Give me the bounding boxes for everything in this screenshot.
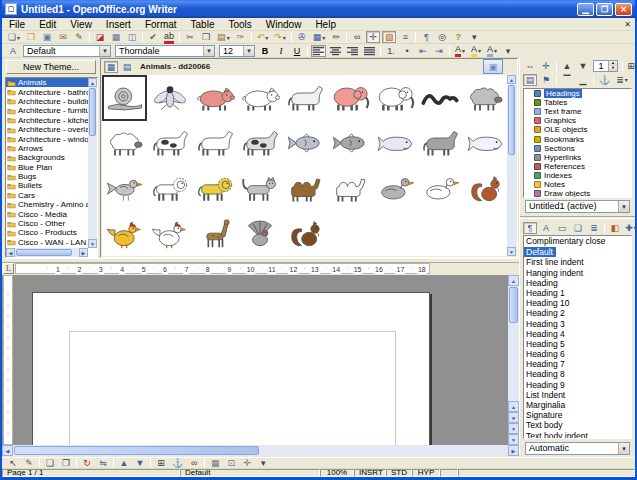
italic-button[interactable]: I	[274, 45, 288, 57]
close-button[interactable]: ✕	[615, 3, 632, 16]
scrollbar-thumb[interactable]	[89, 88, 96, 136]
new-document-button[interactable]: ❏▾	[6, 31, 22, 43]
scrollbar-thumb[interactable]	[16, 249, 72, 256]
theme-item-cisco-media[interactable]: Cisco - Media	[6, 209, 88, 218]
gallery-item-wolf[interactable]	[417, 121, 462, 167]
navigator-item-headings[interactable]: Headings	[524, 89, 631, 98]
gallery-item-pig-white[interactable]	[237, 75, 282, 121]
gallery-item-squirrel-red[interactable]	[462, 166, 507, 212]
theme-item-cisco-wan-lan[interactable]: Cisco - WAN - LAN	[6, 238, 88, 247]
background-color-button[interactable]: A▾	[485, 45, 499, 57]
scroll-right-icon[interactable]: ▶	[79, 248, 88, 257]
theme-list-horizontal-scrollbar[interactable]: ◀ ▶	[6, 248, 88, 257]
paragraph-style-combo[interactable]: Default▼	[23, 45, 111, 57]
page-number-spinbox[interactable]: 1▲▼	[593, 60, 618, 72]
restore-button[interactable]: ❐	[596, 3, 613, 16]
close-document-icon[interactable]: ✕	[624, 20, 631, 29]
scroll-up-icon[interactable]: ▲	[88, 78, 97, 87]
navigator-item-ole-objects[interactable]: OLE objects	[524, 125, 631, 134]
group-button[interactable]: ❏	[43, 457, 57, 469]
theme-item-bugs[interactable]: Bugs	[6, 172, 88, 181]
set-reminder-button[interactable]: ⚑	[539, 74, 553, 86]
page-number-spin-arrows[interactable]: ▲▼	[608, 61, 617, 71]
fill-format-mode-button[interactable]: ◧	[608, 222, 622, 234]
navigator-item-draw-objects[interactable]: Draw objects	[524, 189, 631, 198]
vertical-ruler[interactable]	[3, 275, 13, 445]
gallery-item-chicken-white[interactable]	[147, 212, 192, 257]
character-styles-button[interactable]: A	[539, 222, 553, 234]
theme-item-architecture-bathroom-kitchen[interactable]: Architecture - bathroom, kitchen	[6, 87, 88, 96]
style-item-default[interactable]: Default	[524, 247, 556, 257]
navigator-item-graphics[interactable]: Graphics	[524, 116, 631, 125]
gallery-item-turkey[interactable]	[237, 212, 282, 257]
toolbar-more-button[interactable]: ▾	[467, 31, 481, 43]
document-horizontal-scrollbar[interactable]: ◀ ▶	[2, 445, 519, 456]
justify-button[interactable]	[362, 45, 377, 57]
paragraph-styles-button[interactable]: ¶	[523, 222, 537, 234]
style-item-heading-4[interactable]: Heading 4	[524, 329, 631, 339]
horizontal-ruler[interactable]: 123456789101112131415161718	[15, 263, 430, 274]
cut-button[interactable]: ✂	[183, 31, 197, 43]
font-color-button[interactable]: A▾	[453, 45, 467, 57]
scroll-right-icon[interactable]: ▶	[508, 445, 519, 456]
bullets-button[interactable]: •	[400, 45, 414, 57]
menu-edit[interactable]: Edit	[32, 18, 63, 31]
gallery-item-elephant-white[interactable]	[372, 75, 417, 121]
gallery-item-snail[interactable]	[102, 75, 147, 121]
chevron-down-icon[interactable]: ▾	[227, 34, 230, 41]
theme-item-chemistry-amino-acids[interactable]: Chemistry - Amino acids	[6, 200, 88, 209]
gallery-item-hen-yellow[interactable]	[102, 212, 147, 257]
theme-item-cisco-other[interactable]: Cisco - Other	[6, 219, 88, 228]
print-button[interactable]: ▦	[109, 31, 123, 43]
navigator-item-notes[interactable]: Notes	[524, 180, 631, 189]
spin-down-icon[interactable]: ▼	[609, 66, 617, 71]
gallery-item-horse[interactable]	[282, 75, 327, 121]
style-item-heading-1[interactable]: Heading 1	[524, 288, 631, 298]
gallery-item-camel-white[interactable]	[327, 166, 372, 212]
drag-mode-button[interactable]: ⊞▾	[626, 60, 637, 72]
gallery-item-cow-spotted[interactable]	[147, 121, 192, 167]
guides-when-moving-button[interactable]: ✛	[240, 457, 254, 469]
increase-indent-button[interactable]: ⇥	[432, 45, 446, 57]
footer-button[interactable]: ▁	[576, 74, 590, 86]
apply-style-button[interactable]: A	[6, 45, 20, 57]
style-item-heading-9[interactable]: Heading 9	[524, 380, 631, 390]
style-item-heading-10[interactable]: Heading 10	[524, 298, 631, 308]
chevron-down-icon[interactable]: ▼	[618, 443, 629, 454]
navigator-item-indexes[interactable]: Indexes	[524, 171, 631, 180]
theme-item-blue-plan[interactable]: Blue Plan	[6, 163, 88, 172]
scroll-down-icon[interactable]: ▼	[88, 239, 97, 248]
navigator-document-select[interactable]: Untitled1 (active) ▼	[525, 200, 630, 213]
scrollbar-thumb[interactable]	[509, 287, 518, 323]
statusbar-page[interactable]: Page 1 / 1	[2, 469, 180, 477]
snap-to-grid-button[interactable]: ⊡	[224, 457, 238, 469]
statusbar-insert-mode[interactable]: INSRT	[354, 469, 386, 477]
menu-tools[interactable]: Tools	[221, 18, 258, 31]
navigation-button[interactable]: ●	[508, 412, 519, 423]
menu-window[interactable]: Window	[259, 18, 309, 31]
document-as-email-button[interactable]: ✉	[56, 31, 70, 43]
gallery-item-fish-small[interactable]	[282, 121, 327, 167]
bring-to-front-button[interactable]: ▲	[117, 457, 131, 469]
align-center-button[interactable]	[328, 45, 343, 57]
export-pdf-button[interactable]: ◪	[93, 31, 107, 43]
statusbar-zoom[interactable]: 100%	[320, 469, 354, 477]
next-page-button[interactable]: ▼	[508, 423, 519, 434]
gallery-button[interactable]: ▧	[382, 31, 396, 43]
copy-button[interactable]: ❒	[199, 31, 213, 43]
gallery-item-snake[interactable]	[417, 75, 462, 121]
theme-item-architecture-furniture[interactable]: Architecture - furniture	[6, 106, 88, 115]
gallery-item-squirrel-brown[interactable]	[282, 212, 327, 257]
align-left-button[interactable]	[311, 45, 326, 57]
gallery-item-cow-gray[interactable]	[237, 121, 282, 167]
decrease-indent-button[interactable]: ⇤	[416, 45, 430, 57]
data-sources-button[interactable]: ≡	[398, 31, 412, 43]
change-anchor-button[interactable]: ⚓	[170, 457, 185, 469]
underline-button[interactable]: U	[290, 45, 304, 57]
page-preview-button[interactable]: ◫	[125, 31, 139, 43]
toolbar-more-button[interactable]: ▾	[256, 457, 270, 469]
content-view-button[interactable]: ▤	[523, 74, 537, 86]
gallery-item-sheep-gray[interactable]	[462, 75, 507, 121]
theme-item-bullets[interactable]: Bullets	[6, 181, 88, 190]
menu-view[interactable]: View	[63, 18, 99, 31]
